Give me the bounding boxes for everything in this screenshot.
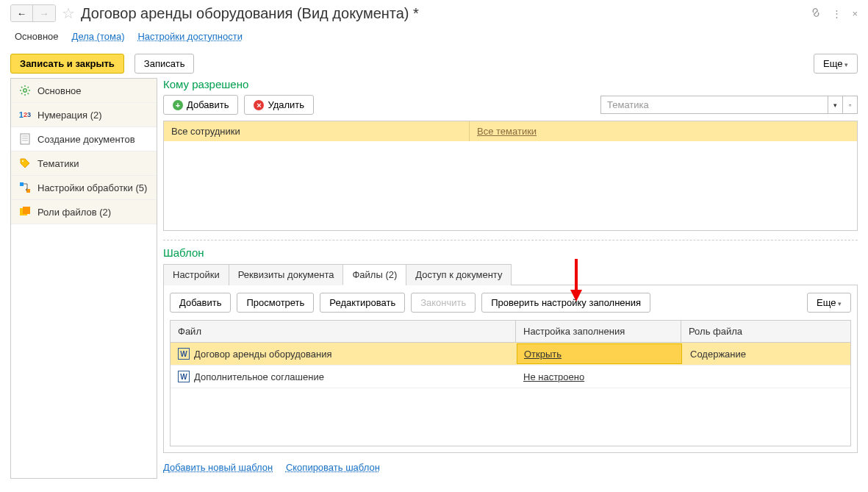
delete-icon: × — [254, 100, 264, 110]
numbering-icon: 123 — [18, 108, 32, 121]
perm-col-employees[interactable]: Все сотрудники — [164, 121, 469, 141]
thematic-dropdown[interactable]: Тематика — [600, 96, 828, 114]
template-tab-settings[interactable]: Настройки — [163, 264, 229, 285]
add-permission-button[interactable]: + Добавить — [163, 95, 238, 115]
fill-link[interactable]: Открыть — [524, 349, 562, 360]
template-edit-button[interactable]: Редактировать — [320, 293, 405, 313]
permission-section-title: Кому разрешено — [163, 78, 858, 90]
template-tab-requisites[interactable]: Реквизиты документа — [229, 264, 344, 285]
file-name: Дополнительное соглашение — [194, 371, 324, 382]
svg-rect-9 — [23, 207, 30, 214]
word-doc-icon: W — [178, 371, 190, 382]
divider — [163, 240, 858, 240]
table-row[interactable]: W Дополнительное соглашение Не настроено — [171, 366, 850, 388]
nav-back-button[interactable]: ← — [11, 5, 33, 21]
file-name: Договор аренды оборудования — [194, 349, 331, 360]
more-button[interactable]: Еще — [814, 54, 858, 74]
sidebar-item-processing[interactable]: Настройки обработки (5) — [11, 176, 157, 200]
add-template-link[interactable]: Добавить новый шаблон — [163, 462, 273, 473]
sidebar-item-label: Тематики — [37, 158, 79, 169]
workflow-icon — [18, 181, 32, 194]
dropdown-arrow-icon[interactable]: ▾ — [828, 96, 843, 114]
sidebar-item-numbering[interactable]: 123 Нумерация (2) — [11, 103, 157, 127]
sidebar-item-thematics[interactable]: Тематики — [11, 151, 157, 176]
dropdown-open-icon[interactable]: ▫ — [843, 96, 858, 114]
template-add-button[interactable]: Добавить — [170, 293, 231, 313]
table-header-fill[interactable]: Настройка заполнения — [516, 321, 681, 342]
close-icon[interactable]: × — [852, 8, 858, 19]
template-check-fill-button[interactable]: Проверить настройку заполнения — [481, 293, 650, 313]
svg-point-0 — [24, 89, 26, 92]
sidebar-item-label: Основное — [37, 85, 82, 96]
sidebar-item-main[interactable]: Основное — [11, 79, 157, 103]
template-view-button[interactable]: Просмотреть — [237, 293, 314, 313]
template-tab-access[interactable]: Доступ к документу — [406, 264, 512, 285]
file-role — [681, 366, 850, 388]
file-roles-icon — [18, 205, 32, 218]
table-header-role[interactable]: Роль файла — [681, 321, 850, 342]
gear-icon — [18, 84, 32, 97]
page-title: Договор аренды оборудования (Вид докумен… — [81, 5, 810, 22]
template-finish-button: Закончить — [411, 293, 476, 313]
save-button[interactable]: Записать — [134, 54, 195, 74]
favorite-star-icon[interactable]: ☆ — [62, 4, 75, 22]
sidebar-item-file-roles[interactable]: Роли файлов (2) — [11, 200, 157, 224]
template-section-title: Шаблон — [163, 246, 858, 259]
more-menu-icon[interactable]: ⋮ — [832, 8, 842, 19]
header-tab-main[interactable]: Основное — [15, 31, 59, 42]
save-and-close-button[interactable]: Записать и закрыть — [10, 54, 124, 74]
file-role: Содержание — [683, 343, 850, 365]
sidebar-item-label: Нумерация (2) — [37, 110, 102, 121]
fill-link[interactable]: Не настроено — [523, 371, 584, 382]
sidebar-item-label: Настройки обработки (5) — [37, 182, 147, 193]
header-tab-files[interactable]: Дела (тома) — [72, 31, 125, 42]
header-tab-access[interactable]: Настройки доступности — [137, 31, 242, 42]
svg-rect-6 — [20, 182, 24, 186]
template-tab-files[interactable]: Файлы (2) — [342, 264, 406, 285]
sidebar-item-doc-creation[interactable]: Создание документов — [11, 127, 157, 151]
delete-permission-button[interactable]: × Удалить — [244, 95, 314, 115]
perm-col-thematics[interactable]: Все тематики — [469, 121, 857, 141]
template-more-button[interactable]: Еще — [807, 293, 851, 313]
svg-rect-1 — [21, 134, 29, 144]
link-icon[interactable] — [810, 7, 822, 21]
table-header-file[interactable]: Файл — [171, 321, 516, 342]
tag-icon — [18, 157, 32, 170]
plus-icon: + — [173, 100, 183, 110]
table-row[interactable]: W Договор аренды оборудования Открыть Со… — [171, 343, 850, 366]
document-icon — [18, 132, 32, 146]
sidebar-item-label: Роли файлов (2) — [37, 207, 111, 218]
word-doc-icon: W — [178, 348, 190, 360]
svg-point-5 — [22, 160, 24, 162]
copy-template-link[interactable]: Скопировать шаблон — [286, 462, 380, 473]
sidebar-item-label: Создание документов — [37, 134, 135, 145]
nav-forward-button[interactable]: → — [33, 5, 55, 21]
